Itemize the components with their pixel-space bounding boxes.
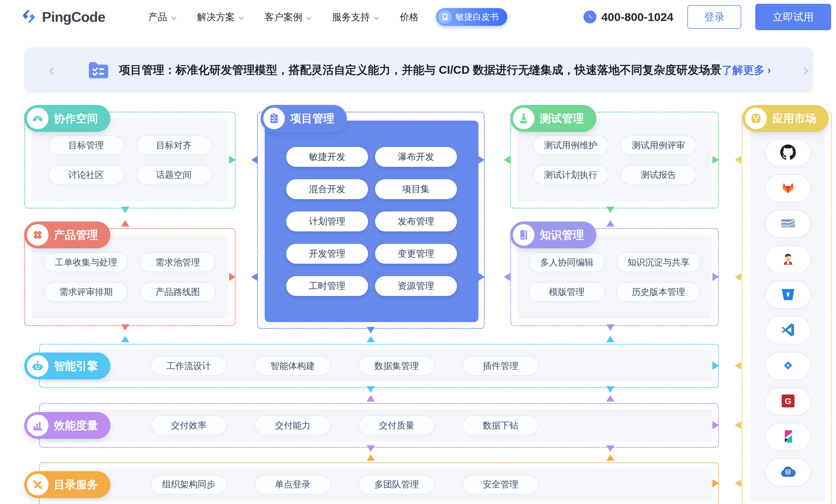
flow-arrow-right [712, 421, 719, 429]
feature-pill[interactable]: 话题空间 [136, 165, 212, 185]
logo[interactable]: PingCode [20, 7, 105, 26]
nav-item-support[interactable]: 服务支持 [332, 11, 379, 23]
feature-pill[interactable]: 敏捷开发 [286, 147, 368, 167]
feature-pill[interactable]: 测试用例维护 [533, 135, 609, 155]
section-product-mgmt: 产品管理 工单收集与处理 需求池管理 需求评审排期 产品路线图 [24, 228, 235, 326]
whitepaper-badge[interactable]: 敏捷白皮书 [436, 8, 507, 26]
section-badge-marketplace: 应用市场 [743, 105, 829, 132]
feature-pill[interactable]: 瀑布开发 [375, 147, 457, 167]
feature-pill[interactable]: 资源管理 [375, 276, 457, 296]
flow-arrow-left [735, 479, 741, 487]
feature-pill[interactable]: 变更管理 [375, 244, 457, 264]
book-icon [438, 10, 452, 24]
flask-icon [513, 108, 534, 129]
top-navbar: PingCode 产品 解决方案 客户案例 服务支持 价格 [0, 0, 836, 34]
feature-pill[interactable]: 模版管理 [529, 282, 605, 302]
learn-more-link[interactable]: 了解更多 › [722, 63, 771, 77]
app-vscode[interactable] [765, 316, 811, 345]
feature-pill[interactable]: 需求评审排期 [44, 282, 128, 302]
flow-arrow-right [229, 273, 235, 281]
app-jenkins[interactable] [765, 246, 811, 273]
navbar-right: 400-800-1024 登录 立即试用 [584, 4, 831, 30]
robot-icon [27, 355, 49, 377]
feature-pill[interactable]: 计划管理 [286, 212, 368, 231]
flow-arrow-down [121, 207, 129, 213]
flow-arrow-up [606, 220, 614, 227]
feature-pill[interactable]: 目标管理 [48, 135, 124, 155]
feature-pill[interactable]: 项目集 [375, 179, 457, 199]
section-badge-knowledge: 知识管理 [510, 221, 596, 248]
feature-pill[interactable]: 组织架构同步 [151, 475, 227, 495]
flow-arrow-up [367, 336, 375, 342]
flow-arrow-down [606, 386, 614, 393]
clipboard-check-icon [263, 108, 285, 129]
feature-pill[interactable]: 交付质量 [359, 415, 435, 435]
feature-pill[interactable]: 安全管理 [462, 475, 538, 495]
section-badge-project: 项目管理 [261, 105, 347, 132]
nav-item-products[interactable]: 产品 [148, 11, 177, 23]
section-collab-space: 协作空间 目标管理 目标对齐 讨论社区 话题空间 [24, 112, 235, 209]
flow-arrow-left [504, 156, 510, 164]
feature-pill[interactable]: 测试用例评审 [621, 135, 697, 155]
chevron-down-icon [171, 12, 177, 22]
feature-pill[interactable]: 工作流设计 [151, 356, 227, 376]
section-panel: 组织架构同步 单点登录 多团队管理 安全管理 [45, 468, 713, 501]
cloud-database-icon [780, 464, 796, 481]
flow-arrow-right [478, 156, 484, 164]
feature-pill[interactable]: 知识沉淀与共享 [616, 252, 700, 272]
feature-pill[interactable]: 多人协同编辑 [529, 252, 605, 272]
flow-arrow-down [606, 324, 614, 331]
feature-pill[interactable]: 开发管理 [286, 244, 368, 264]
app-gitee[interactable]: G [765, 387, 811, 415]
banner-prev-icon[interactable]: ‹ [48, 61, 55, 79]
app-cloud-database[interactable] [765, 459, 811, 486]
banner-next-icon[interactable]: › [802, 61, 810, 79]
feature-pill[interactable]: 单点登录 [255, 475, 330, 495]
feature-pill[interactable]: 多团队管理 [359, 475, 435, 495]
phone-number[interactable]: 400-800-1024 [584, 11, 673, 24]
feature-pill[interactable]: 讨论社区 [48, 165, 124, 185]
vscode-icon [781, 322, 796, 338]
feature-pill[interactable]: 交付能力 [255, 415, 330, 435]
flow-arrow-up [121, 220, 129, 227]
feature-pill[interactable]: 需求池管理 [140, 252, 216, 272]
main-nav: 产品 解决方案 客户案例 服务支持 价格 [148, 11, 419, 23]
app-github[interactable] [765, 139, 811, 167]
app-kibana[interactable] [765, 423, 811, 451]
feature-pill[interactable]: 交付效率 [151, 415, 227, 435]
feature-pill[interactable]: 测试计划执行 [533, 165, 609, 185]
flow-arrow-right [478, 273, 484, 281]
nav-item-customers[interactable]: 客户案例 [265, 11, 312, 23]
feature-pill[interactable]: 智能体构建 [255, 356, 330, 376]
section-directory: 目录服务 组织架构同步 单点登录 多团队管理 安全管理 [39, 462, 719, 504]
feature-pill[interactable]: 工单收集与处理 [44, 252, 128, 272]
nav-item-pricing[interactable]: 价格 [400, 11, 419, 23]
feature-pill[interactable]: 插件管理 [462, 356, 538, 376]
flow-arrow-left [251, 273, 258, 281]
feature-pill[interactable]: 历史版本管理 [616, 282, 700, 302]
app-bitbucket[interactable] [765, 281, 811, 309]
feature-pill[interactable]: 产品路线图 [140, 282, 216, 302]
trial-button[interactable]: 立即试用 [755, 4, 831, 30]
nav-item-solutions[interactable]: 解决方案 [197, 11, 244, 23]
section-badge-directory: 目录服务 [24, 471, 110, 498]
app-jira[interactable] [765, 352, 811, 380]
feature-pill[interactable]: 发布管理 [375, 212, 457, 231]
logo-text: PingCode [42, 9, 105, 25]
flower-icon [27, 224, 49, 246]
feature-pill[interactable]: 测试报告 [621, 165, 697, 185]
flow-arrow-right [229, 156, 235, 164]
announcement-banner: ‹ 项目管理：标准化研发管理模型，搭配灵活自定义能力，并能与 CI/CD 数据进… [24, 47, 813, 93]
app-subversion[interactable]: SUBVERSION [765, 210, 811, 238]
section-badge-metrics: 效能度量 [24, 412, 110, 439]
chevron-down-icon [374, 12, 379, 22]
login-button[interactable]: 登录 [687, 5, 741, 29]
feature-pill[interactable]: 数据下钻 [462, 415, 538, 435]
feature-pill[interactable]: 混合开发 [286, 179, 368, 199]
flow-arrow-right [712, 362, 719, 370]
pingcode-product-page: PingCode 产品 解决方案 客户案例 服务支持 价格 [0, 0, 836, 504]
feature-pill[interactable]: 数据集管理 [359, 356, 435, 376]
feature-pill[interactable]: 工时管理 [286, 276, 368, 296]
app-gitlab[interactable] [765, 174, 811, 202]
feature-pill[interactable]: 目标对齐 [136, 135, 212, 155]
